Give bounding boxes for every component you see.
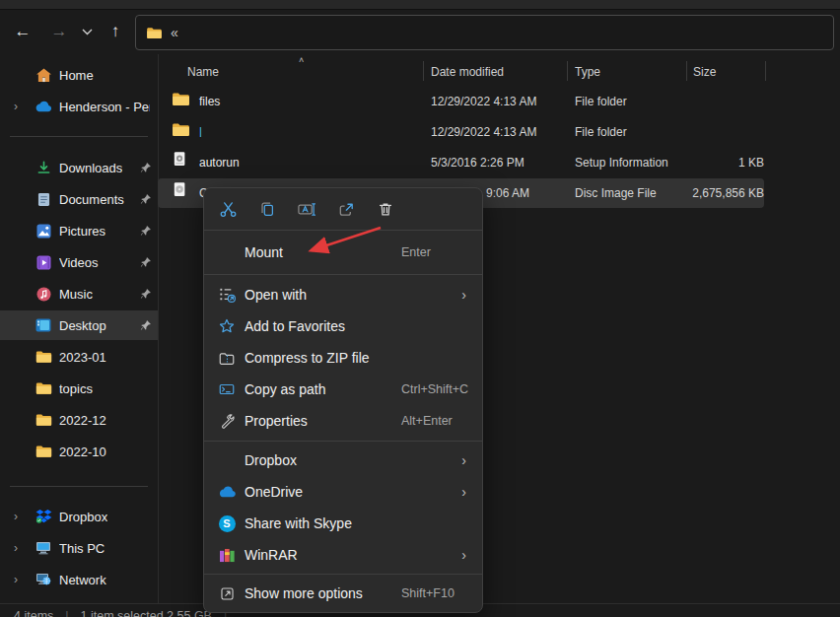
sidebar-item-topics[interactable]: topics — [0, 374, 158, 403]
menu-item-compress-to-zip[interactable]: Compress to ZIP file — [204, 342, 482, 374]
delete-icon — [377, 200, 394, 218]
menu-item-mount[interactable]: Mount Enter — [204, 231, 482, 274]
folder-icon — [34, 413, 53, 427]
menu-item-label: Mount — [245, 244, 283, 260]
file-row[interactable]: | 12/29/2022 4:13 AM File folder — [158, 117, 764, 147]
file-row[interactable]: autorun 5/3/2016 2:26 PM Setup Informati… — [158, 148, 764, 177]
file-size: 2,675,856 KB — [670, 186, 764, 200]
file-row[interactable]: files 12/29/2022 4:13 AM File folder — [158, 87, 764, 116]
copy-button[interactable] — [251, 194, 283, 224]
sidebar-item-2022-10[interactable]: 2022-10 — [0, 437, 158, 466]
file-name: files — [199, 95, 220, 108]
column-separator[interactable] — [765, 61, 766, 81]
menu-item-show-more-options[interactable]: Show more options Shift+F10 — [204, 578, 482, 609]
menu-item-label: Compress to ZIP file — [245, 350, 370, 366]
sidebar-item-music[interactable]: Music — [0, 279, 158, 308]
share-button[interactable] — [330, 194, 362, 224]
column-headers: ˄ Name Date modified Type Size — [158, 54, 840, 87]
network-icon — [34, 573, 53, 586]
sidebar-item-label: Desktop — [59, 318, 106, 333]
sidebar-item-label: 2022-10 — [59, 445, 106, 459]
expand-chevron-icon[interactable]: › — [10, 541, 22, 555]
column-header-type[interactable]: Type — [575, 65, 600, 79]
navigation-toolbar: ← → ↑ « — [0, 10, 840, 54]
back-arrow-icon: ← — [15, 22, 32, 41]
file-date-modified: 12/29/2022 4:13 AM — [431, 125, 536, 139]
sidebar-item-label: Videos — [59, 255, 99, 270]
cut-button[interactable] — [212, 194, 244, 224]
file-date-modified: 9:06 AM — [486, 186, 529, 200]
sidebar-item-desktop[interactable]: Desktop — [0, 310, 158, 340]
copy-as-path-icon — [217, 381, 237, 397]
column-separator[interactable] — [686, 61, 687, 81]
pin-icon — [138, 256, 154, 268]
star-icon — [217, 317, 237, 335]
menu-item-properties[interactable]: Properties Alt+Enter — [204, 405, 482, 437]
file-size: 1 KB — [670, 156, 764, 170]
column-header-name[interactable]: Name — [187, 65, 219, 79]
chevron-right-icon: › — [461, 287, 466, 303]
rename-button[interactable] — [291, 194, 322, 224]
sidebar-item-this-pc[interactable]: › This PC — [0, 533, 158, 563]
sidebar-item-downloads[interactable]: Downloads — [0, 153, 158, 182]
sidebar-item-label: Henderson - Person — [59, 100, 150, 114]
menu-item-onedrive[interactable]: OneDrive › — [204, 476, 482, 508]
menu-shortcut: Ctrl+Shift+C — [401, 382, 468, 396]
folder-icon — [34, 350, 53, 364]
delete-button[interactable] — [370, 194, 401, 224]
share-icon — [337, 200, 356, 219]
chevron-right-icon: › — [461, 484, 466, 500]
documents-icon — [34, 192, 53, 207]
menu-shortcut: Enter — [401, 245, 431, 259]
menu-item-winrar[interactable]: WinRAR › — [204, 539, 482, 571]
sidebar-item-home[interactable]: Home — [0, 60, 158, 90]
file-explorer-window: ← → ↑ « Home › Henderson - Person — [0, 0, 840, 617]
setup-information-icon — [174, 151, 186, 171]
expand-chevron-icon[interactable]: › — [10, 510, 22, 523]
forward-button[interactable]: → — [44, 16, 74, 47]
menu-item-label: OneDrive — [245, 484, 303, 500]
sidebar-item-label: Network — [59, 573, 106, 587]
menu-item-open-with[interactable]: Open with › — [204, 279, 482, 310]
folder-icon — [34, 445, 53, 458]
address-bar[interactable]: « — [135, 15, 834, 50]
sidebar-item-network[interactable]: › Network — [0, 565, 158, 594]
column-header-date-modified[interactable]: Date modified — [431, 65, 504, 79]
sidebar-item-label: This PC — [59, 541, 105, 556]
sidebar-item-pictures[interactable]: Pictures — [0, 216, 158, 245]
expand-chevron-icon[interactable]: › — [10, 100, 22, 113]
menu-item-dropbox[interactable]: Dropbox › — [204, 445, 482, 476]
chevron-right-icon: › — [461, 547, 466, 563]
sidebar-item-2023-01[interactable]: 2023-01 — [0, 342, 158, 372]
menu-item-add-to-favorites[interactable]: Add to Favorites — [204, 310, 482, 342]
sidebar-item-label: Music — [59, 287, 93, 302]
up-button[interactable]: ↑ — [101, 16, 130, 47]
winrar-icon — [217, 548, 237, 563]
menu-item-share-with-skype[interactable]: S Share with Skype — [204, 508, 482, 539]
pin-icon — [138, 319, 154, 331]
sidebar-item-2022-12[interactable]: 2022-12 — [0, 405, 158, 435]
zip-folder-icon — [217, 350, 237, 366]
pin-icon — [138, 193, 154, 205]
sidebar-item-label: Dropbox — [59, 510, 107, 524]
recent-locations-button[interactable] — [75, 16, 99, 47]
breadcrumb-collapse[interactable]: « — [171, 25, 178, 40]
file-type: File folder — [575, 125, 627, 139]
sidebar-item-documents[interactable]: Documents — [0, 184, 158, 214]
sidebar-item-dropbox[interactable]: › Dropbox — [0, 502, 158, 531]
menu-item-label: Share with Skype — [245, 515, 352, 531]
items-count: 4 items — [14, 609, 53, 617]
column-separator[interactable] — [423, 61, 424, 81]
expand-chevron-icon[interactable]: › — [10, 573, 22, 586]
show-more-options-icon — [217, 585, 237, 602]
onedrive-cloud-icon — [217, 486, 237, 498]
back-button[interactable]: ← — [8, 16, 37, 47]
menu-item-label: Add to Favorites — [245, 318, 345, 334]
column-separator[interactable] — [567, 61, 568, 81]
up-arrow-icon: ↑ — [111, 22, 120, 41]
sidebar-item-videos[interactable]: Videos — [0, 247, 158, 277]
sidebar-item-onedrive-henderson[interactable]: › Henderson - Person — [0, 92, 158, 121]
chevron-down-icon — [82, 29, 93, 35]
menu-item-copy-as-path[interactable]: Copy as path Ctrl+Shift+C — [204, 374, 482, 405]
column-header-size[interactable]: Size — [693, 65, 716, 79]
